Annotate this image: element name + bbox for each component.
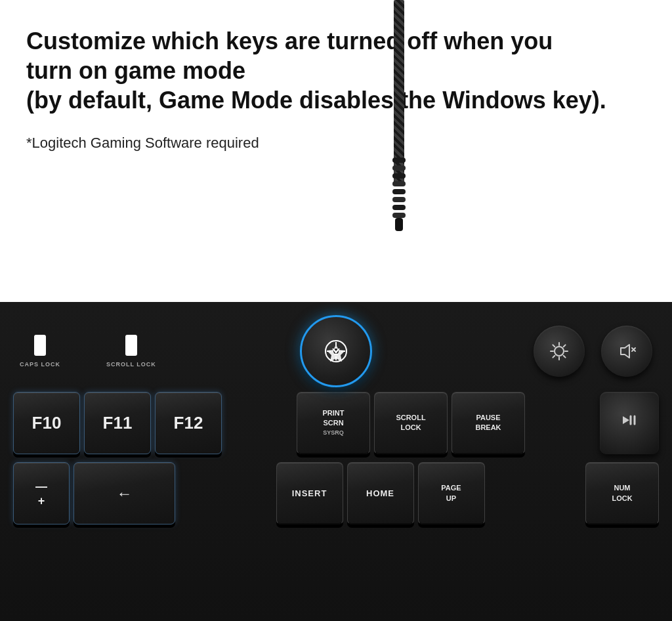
caps-lock-indicator: CAPS LOCK [20,335,60,368]
f10-label: F10 [32,414,62,431]
home-key[interactable]: HOME [347,462,414,525]
svg-rect-2 [392,173,406,179]
pause-break-label: PAUSEBREAK [475,413,501,433]
equals-top-label: — [35,481,47,492]
f12-key[interactable]: F12 [155,392,222,454]
scroll-lock-light [125,335,137,356]
keyboard-header: CAPS LOCK SCROLL LOCK [0,302,672,387]
svg-point-16 [555,347,564,356]
sub-note: *Logitech Gaming Software required [26,135,646,152]
game-mode-icon [322,337,350,366]
mute-icon [617,341,637,361]
svg-rect-7 [392,213,406,218]
cable-container [381,0,420,302]
caps-lock-light [34,335,46,356]
insert-label: INSERT [292,488,327,498]
heading-line3: (by default, Game Mode disables the Wind… [26,87,606,114]
page-title: Customize which keys are turned off when… [26,26,617,115]
scroll-lock-indicator: SCROLL LOCK [106,335,156,368]
svg-marker-28 [623,416,629,424]
backspace-label: ← [117,484,133,503]
scroll-lock-label: SCROLL LOCK [106,361,156,368]
svg-rect-5 [392,197,406,202]
equals-bottom-label: + [38,495,45,507]
right-controls [534,326,652,377]
backspace-key[interactable]: ← [74,462,175,525]
keyboard-section: CAPS LOCK SCROLL LOCK [0,302,672,621]
svg-rect-3 [392,181,406,186]
f10-key[interactable]: F10 [13,392,80,454]
f11-label: F11 [103,414,133,431]
equals-key[interactable]: — + [13,462,70,525]
page-up-key[interactable]: PAGEUP [418,462,485,525]
mute-button[interactable] [601,326,652,377]
svg-line-22 [564,356,566,358]
num-lock-label: NUMLOCK [612,483,632,503]
home-label: HOME [366,488,394,498]
heading-line1: Customize which keys are turned off when… [26,28,553,54]
indicator-group: CAPS LOCK SCROLL LOCK [20,335,156,368]
svg-rect-0 [392,158,406,163]
pause-break-key[interactable]: PAUSEBREAK [452,392,525,454]
svg-rect-6 [392,205,406,210]
svg-marker-25 [621,345,629,358]
heading-line2: turn on game mode [26,57,245,84]
num-lock-key[interactable]: NUMLOCK [585,462,659,525]
svg-line-24 [553,356,555,358]
scroll-lock-key[interactable]: SCROLLLOCK [374,392,448,454]
play-pause-button[interactable] [600,392,659,454]
f11-key[interactable]: F11 [84,392,151,454]
brightness-button[interactable] [534,326,585,377]
svg-rect-1 [392,165,406,171]
game-btn-circle[interactable] [300,315,372,387]
scroll-lock-key-label: SCROLLLOCK [396,413,425,433]
top-section: Customize which keys are turned off when… [0,0,672,302]
bottom-key-row: — + ← INSERT HOME PAGEUP NUMLOCK [0,458,672,529]
print-scrn-key[interactable]: PRINTSCRNSYSRQ [297,392,370,454]
print-scrn-label: PRINTSCRNSYSRQ [323,408,345,438]
svg-line-23 [564,345,566,347]
caps-lock-label: CAPS LOCK [20,361,60,368]
f12-label: F12 [174,414,203,431]
cable-wire [394,0,404,184]
fkey-row: F10 F11 F12 PRINTSCRNSYSRQ SCROLLLOCK PA… [0,387,672,458]
page-up-label: PAGEUP [441,483,461,503]
svg-line-21 [553,345,555,347]
insert-key[interactable]: INSERT [276,462,343,525]
svg-rect-4 [392,189,406,194]
svg-rect-8 [395,218,403,231]
play-pause-icon [619,412,640,433]
cable-spring [386,158,412,239]
brightness-icon [549,341,569,361]
game-mode-button[interactable] [300,315,372,387]
